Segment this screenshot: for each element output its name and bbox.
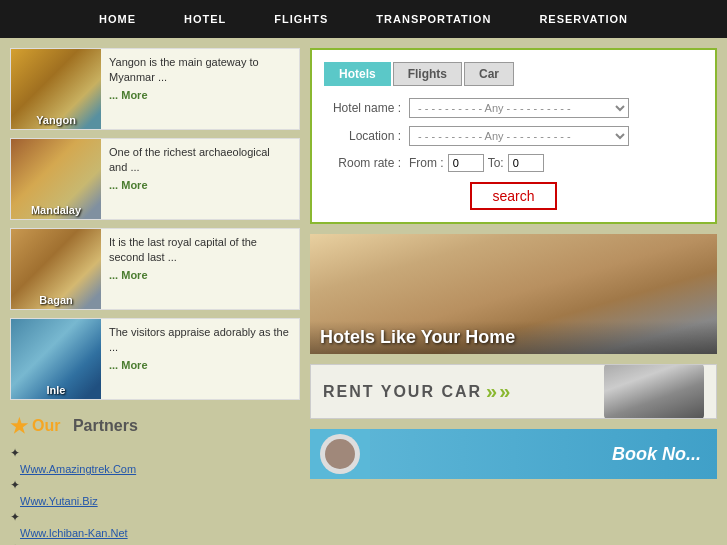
rent-car-banner[interactable]: RENT YOUR CAR »» bbox=[310, 364, 717, 419]
partners-title-word: Partners bbox=[73, 417, 138, 435]
search-button[interactable]: search bbox=[470, 182, 556, 210]
place-item-yangon: Yangon Yangon is the main gateway to Mya… bbox=[10, 48, 300, 130]
place-item-bagan: Bagan It is the last royal capital of th… bbox=[10, 228, 300, 310]
hotel-banner[interactable]: Hotels Like Your Home bbox=[310, 234, 717, 354]
chevrons-icon: »» bbox=[486, 380, 512, 403]
search-box: Hotels Flights Car Hotel name : - - - - … bbox=[310, 48, 717, 224]
star-icon: ★ bbox=[10, 414, 28, 438]
place-image-bagan[interactable]: Bagan bbox=[11, 229, 101, 309]
place-image-yangon[interactable]: Yangon bbox=[11, 49, 101, 129]
location-label: Location : bbox=[324, 129, 409, 143]
left-column: Yangon Yangon is the main gateway to Mya… bbox=[10, 48, 300, 545]
partner-link-2[interactable]: Www.Ichiban-Kan.Net bbox=[20, 527, 300, 539]
nav-home[interactable]: HOME bbox=[99, 13, 136, 25]
place-name-inle: Inle bbox=[11, 384, 101, 396]
search-tabs: Hotels Flights Car bbox=[324, 62, 703, 86]
tab-car[interactable]: Car bbox=[464, 62, 514, 86]
place-text-bagan: It is the last royal capital of the seco… bbox=[101, 229, 299, 309]
book-now-text: Book No... bbox=[612, 444, 701, 465]
partner-links: ✦Www.Amazingtrek.Com ✦Www.Yutani.Biz ✦Ww… bbox=[10, 446, 300, 545]
room-rate-row: Room rate : From : To: bbox=[324, 154, 703, 172]
from-input[interactable] bbox=[448, 154, 484, 172]
place-name-bagan: Bagan bbox=[11, 294, 101, 306]
tab-flights[interactable]: Flights bbox=[393, 62, 462, 86]
main-nav: HOME HOTEL FLIGHTS TRANSPORTATION RESERV… bbox=[0, 0, 727, 38]
more-link-inle[interactable]: ... More bbox=[109, 358, 291, 373]
hotel-name-select[interactable]: - - - - - - - - - - Any - - - - - - - - … bbox=[409, 98, 629, 118]
from-label: From : bbox=[409, 156, 444, 170]
partners-section: ★ Our Partners ✦Www.Amazingtrek.Com ✦Www… bbox=[10, 408, 300, 545]
to-label: To: bbox=[488, 156, 504, 170]
room-rate-label: Room rate : bbox=[324, 156, 409, 170]
more-link-yangon[interactable]: ... More bbox=[109, 88, 291, 103]
right-column: Hotels Flights Car Hotel name : - - - - … bbox=[300, 48, 717, 545]
to-input[interactable] bbox=[508, 154, 544, 172]
partner-link-0[interactable]: Www.Amazingtrek.Com bbox=[20, 463, 300, 475]
hotel-banner-text: Hotels Like Your Home bbox=[320, 327, 515, 347]
place-text-yangon: Yangon is the main gateway to Myanmar ..… bbox=[101, 49, 299, 129]
place-text-mandalay: One of the richest archaeological and ..… bbox=[101, 139, 299, 219]
partner-link-1[interactable]: Www.Yutani.Biz bbox=[20, 495, 300, 507]
book-now-banner[interactable]: Book No... bbox=[310, 429, 717, 479]
car-image bbox=[604, 364, 704, 419]
hotel-name-label: Hotel name : bbox=[324, 101, 409, 115]
place-text-inle: The visitors appraise adorably as the ..… bbox=[101, 319, 299, 399]
tab-hotels[interactable]: Hotels bbox=[324, 62, 391, 86]
location-row: Location : - - - - - - - - - - Any - - -… bbox=[324, 126, 703, 146]
place-name-yangon: Yangon bbox=[11, 114, 101, 126]
nav-transportation[interactable]: TRANSPORTATION bbox=[376, 13, 491, 25]
search-btn-row: search bbox=[324, 182, 703, 210]
hotel-name-row: Hotel name : - - - - - - - - - - Any - -… bbox=[324, 98, 703, 118]
nav-hotel[interactable]: HOTEL bbox=[184, 13, 226, 25]
more-link-mandalay[interactable]: ... More bbox=[109, 178, 291, 193]
rent-car-text: RENT YOUR CAR bbox=[323, 383, 482, 401]
place-image-mandalay[interactable]: Mandalay bbox=[11, 139, 101, 219]
place-image-inle[interactable]: Inle bbox=[11, 319, 101, 399]
place-item-inle: Inle The visitors appraise adorably as t… bbox=[10, 318, 300, 400]
place-name-mandalay: Mandalay bbox=[11, 204, 101, 216]
more-link-bagan[interactable]: ... More bbox=[109, 268, 291, 283]
nav-flights[interactable]: FLIGHTS bbox=[274, 13, 328, 25]
partners-title-our: Our bbox=[32, 417, 60, 435]
nav-reservation[interactable]: RESERVATION bbox=[539, 13, 628, 25]
location-select[interactable]: - - - - - - - - - - Any - - - - - - - - … bbox=[409, 126, 629, 146]
place-item-mandalay: Mandalay One of the richest archaeologic… bbox=[10, 138, 300, 220]
